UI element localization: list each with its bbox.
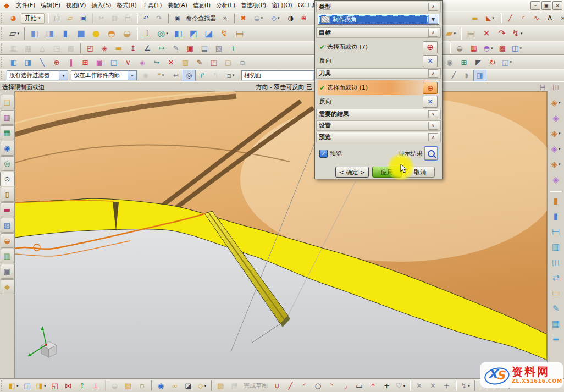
parallel-lines-icon[interactable]: ∥ xyxy=(64,56,78,69)
model-canvas[interactable] xyxy=(15,91,547,378)
grid-page-icon[interactable]: ▦ xyxy=(467,42,481,54)
fastener-a-icon[interactable]: ▮ xyxy=(548,194,563,208)
annotate-icon[interactable]: ✎ xyxy=(548,301,563,316)
copy-icon[interactable]: ▥ xyxy=(108,13,121,24)
grid-window-icon[interactable]: ▩ xyxy=(495,42,510,54)
toolbar-handle[interactable] xyxy=(1,57,4,67)
collapse-icon[interactable]: ∧ xyxy=(428,29,438,37)
set-square-icon[interactable]: ◣ xyxy=(482,13,499,24)
menu-item[interactable]: 视图(V) xyxy=(63,1,89,10)
feature-group-icon[interactable]: ▰ xyxy=(443,26,458,41)
snap-point-icon[interactable]: ◎ xyxy=(183,70,196,81)
delete-icon[interactable]: ✕ xyxy=(164,56,178,69)
unite-icon[interactable]: ◧ xyxy=(170,26,186,41)
corner-tool-icon[interactable]: ◤ xyxy=(471,56,485,69)
reverse-direction-button[interactable]: ✕ xyxy=(423,96,438,108)
toolbar-handle[interactable] xyxy=(1,380,4,391)
symmetry-point-icon[interactable]: ⋈ xyxy=(62,379,75,392)
toolbar-handle[interactable] xyxy=(1,13,4,23)
end-point-icon[interactable]: ◱ xyxy=(48,379,62,392)
sketch-grid-icon[interactable]: ▦ xyxy=(228,379,241,392)
vertical-point-icon[interactable]: ↥ xyxy=(75,379,89,392)
minimize-button[interactable]: – xyxy=(530,1,540,10)
sheet-icon[interactable]: ▤ xyxy=(232,26,247,41)
render-style-icon[interactable]: ◑ xyxy=(284,13,297,24)
page-report-icon[interactable]: ▧ xyxy=(212,42,226,54)
tab-web-browser[interactable]: ◎ xyxy=(1,156,14,171)
new-file-icon[interactable]: ▢ xyxy=(51,13,64,24)
tab-templates[interactable]: ▣ xyxy=(1,264,14,279)
measure-distance-icon[interactable]: ▬ xyxy=(112,42,126,54)
arc-tool-icon[interactable]: ◜ xyxy=(517,13,530,24)
display-window-icon[interactable]: ✖ xyxy=(237,13,250,24)
selection-undo-icon[interactable]: ↩ xyxy=(169,70,183,81)
menu-item[interactable]: 信息(I) xyxy=(190,1,213,10)
graphics-viewport[interactable] xyxy=(15,91,547,378)
restore-button[interactable]: ▣ xyxy=(541,1,551,10)
save-icon[interactable]: ▣ xyxy=(77,13,90,24)
menu-item[interactable]: 插入(S) xyxy=(89,1,114,10)
open-file-icon[interactable]: ▱ xyxy=(64,13,77,24)
snap-up-icon[interactable]: ↱ xyxy=(196,70,209,81)
stack-icon[interactable]: ▩ xyxy=(64,42,78,54)
spline-tool-icon[interactable]: ∿ xyxy=(530,13,543,24)
wire-box-icon[interactable]: ▫ xyxy=(235,56,250,69)
perspective-box-icon[interactable]: ◰ xyxy=(207,56,221,69)
mirror-assembly-icon[interactable]: ◈ xyxy=(548,126,563,141)
expand-icon[interactable]: ∨ xyxy=(428,110,438,118)
toolbar-handle[interactable] xyxy=(1,43,4,53)
gear-pair-icon[interactable]: ◉ xyxy=(443,56,457,69)
menu-item[interactable]: 工具(T) xyxy=(140,1,165,10)
finish-sketch-label[interactable]: 完成草图 xyxy=(244,382,268,390)
collapse-icon[interactable]: ∧ xyxy=(428,3,438,11)
extend-icon[interactable]: + xyxy=(440,379,454,392)
folder-add-icon[interactable]: ▧ xyxy=(178,56,192,69)
face-blob-icon[interactable]: ◗ xyxy=(460,70,473,81)
trim-a-icon[interactable]: ✕ xyxy=(412,379,426,392)
dome-blend-icon[interactable]: ◓ xyxy=(104,26,119,41)
move-component-icon[interactable]: ◈ xyxy=(548,96,563,110)
circular-arrow-icon[interactable]: ↻ xyxy=(485,56,500,69)
snap-star-icon[interactable]: * xyxy=(152,70,169,81)
half-square-a-icon[interactable]: ◧ xyxy=(7,56,21,69)
ok-button[interactable]: < 确定 > xyxy=(335,167,369,178)
checkbox-checked-icon[interactable]: ✓ xyxy=(319,150,328,158)
fastener-b-icon[interactable]: ▮ xyxy=(548,209,563,223)
command-finder-icon[interactable]: ◉ xyxy=(171,13,184,24)
trim-b-icon[interactable]: ✕ xyxy=(426,379,440,392)
menu-item[interactable]: 窗口(O) xyxy=(269,1,295,10)
block-icon[interactable]: ■ xyxy=(73,26,89,41)
edit-in-window-icon[interactable]: ◈ xyxy=(548,157,563,172)
swap-view-icon[interactable]: ⇄ xyxy=(548,270,563,285)
datum-window-icon[interactable]: ◫ xyxy=(548,255,563,269)
target-select-row[interactable]: ✔ 选择面或边 (7) ⊕ xyxy=(318,40,439,54)
redo-icon[interactable]: ↷ xyxy=(153,13,166,24)
measure-box-icon[interactable]: ◰ xyxy=(83,42,97,54)
menu-item[interactable]: 文件(F) xyxy=(13,1,38,10)
edge-pen-icon[interactable]: ╱ xyxy=(447,70,460,81)
shade-analysis-icon[interactable]: ◒ xyxy=(452,42,467,54)
chain-links-icon[interactable]: ∞ xyxy=(168,379,181,392)
orient-view-icon[interactable]: ⊕ xyxy=(297,13,311,24)
tab-part-navigator[interactable]: ▦ xyxy=(1,125,14,140)
diamond-cluster-icon[interactable]: ◈ xyxy=(135,56,150,69)
close-button[interactable]: ✕ xyxy=(552,1,562,10)
grid4-icon[interactable]: ⊞ xyxy=(457,56,471,69)
layer-icon[interactable]: ▥ xyxy=(21,42,35,54)
isometric-view-icon[interactable]: ◇ xyxy=(267,13,284,24)
layout-icon[interactable]: ▦ xyxy=(7,42,21,54)
toolbar-handle[interactable] xyxy=(1,71,4,79)
curve-intersect-icon[interactable]: ✕ xyxy=(479,26,494,41)
cube-menu-icon[interactable]: ◇ xyxy=(195,379,209,392)
shaded-view-icon[interactable]: ◒ xyxy=(250,13,267,24)
preview-section-header[interactable]: 预览 ∧ xyxy=(316,132,441,142)
hand-tool-icon[interactable]: ◒ xyxy=(108,379,121,392)
toolbar-overflow-icon[interactable]: » xyxy=(219,13,232,24)
subtract-icon[interactable]: ◩ xyxy=(186,26,201,41)
sheet-list-icon[interactable]: ▤ xyxy=(548,224,563,239)
small-cube-icon[interactable]: ▫ xyxy=(135,379,149,392)
tab-color-palette[interactable]: ▬ xyxy=(1,202,14,217)
polygon-node-icon[interactable]: * xyxy=(366,379,380,392)
tab-assembly-navigator[interactable]: ▤ xyxy=(1,95,14,109)
rainbow-stack-icon[interactable]: ▤ xyxy=(92,56,107,69)
